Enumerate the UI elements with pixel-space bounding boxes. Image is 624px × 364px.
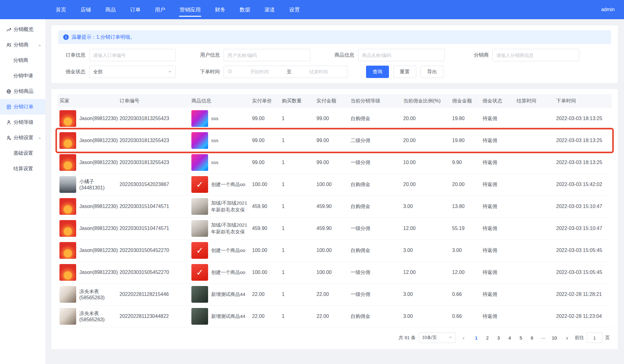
goto-page-input[interactable] [587,332,603,343]
product-name: sss [211,159,218,166]
sidebar-item-distribution-levels[interactable]: 分销等级 [0,115,45,130]
nav-item-label: 商品 [105,6,116,13]
sidebar-group-distributor[interactable]: 分销商 [0,37,45,53]
page-number-button[interactable]: 6 [527,332,537,343]
next-page-button[interactable]: › [562,332,572,343]
sidebar-item-distribution-orders[interactable]: 分销订单 [0,99,45,115]
commission-status: 待返佣 [482,181,517,188]
paid-unit-price: 22.00 [252,292,282,297]
commission-amount: 55.19 [452,226,482,231]
buyer-avatar [59,286,76,303]
column-header: 买家 [58,98,120,104]
buyer-avatar [59,154,76,171]
buyer-avatar [59,132,76,149]
nav-item[interactable]: 渠道 [264,0,276,19]
commission-status: 待返佣 [482,313,517,320]
filter-order-info: 订单信息 [58,49,176,61]
buyer-name: Jason(89812230) [79,138,118,143]
export-button[interactable]: 导出 [421,66,443,78]
order-number-input[interactable] [89,49,176,61]
table-row: 凉央未夜(58565263) 202202281128215446 新增测试商品… [58,284,612,306]
nav-item[interactable]: 订单 [129,0,141,19]
page-number-button[interactable]: 1 [471,332,481,343]
page-number-button[interactable]: 10 [549,332,559,343]
buyer-avatar [59,242,76,259]
commission-rate: 3.00 [403,292,452,297]
reset-button[interactable]: 重置 [393,66,416,78]
nav-item[interactable]: 商品 [105,0,116,19]
paid-unit-price: 459.90 [252,204,282,209]
sidebar-item-distributor[interactable]: 分销商 [0,53,45,68]
paid-amount: 99.00 [316,160,351,165]
distribution-level: 自购佣金 [351,181,403,188]
sidebar-item-settlement-settings[interactable]: 结算设置 [0,161,45,176]
buyer-name: Jason(89812230) [79,204,118,209]
page-size-select[interactable]: 10条/页 [419,332,456,343]
page-number-button[interactable]: 2 [482,332,492,343]
prev-page-button[interactable]: ‹ [459,332,468,343]
paid-unit-price: 100.00 [252,182,282,187]
product-info-input[interactable] [358,49,445,61]
user-info-input[interactable] [224,49,310,61]
buyer-avatar [59,110,76,127]
filter-row-2: 佣金状态 全部 下单时间 开始时间 至 [58,66,611,78]
paid-unit-price: 100.00 [252,270,282,275]
sidebar-item-label: 分销申请 [13,73,33,79]
commission-amount: 3.00 [452,248,482,253]
product-cell: 创建一个商品oo [191,176,252,193]
commission-amount: 12.00 [452,270,482,275]
commission-rate: 20.00 [403,138,452,143]
nav-item[interactable]: 设置 [289,0,300,19]
commission-status-select[interactable]: 全部 [89,66,176,78]
nav-item-label: 营销应用 [180,6,201,13]
order-time: 2022-03-03 18:13:25 [556,160,612,165]
table-row: 小橘子(34481301) 202203031542023867 创建一个商品o… [58,174,612,196]
nav-item[interactable]: 用户 [154,0,166,19]
page-number-button[interactable]: 5 [516,332,526,343]
order-number: 202203031510474571 [120,226,191,231]
product-image [191,220,208,237]
commission-rate: 12.00 [403,226,452,231]
nav-item[interactable]: 首页 [55,0,67,19]
purchase-quantity: 1 [282,182,316,187]
product-cell: 创建一个商品oo [191,264,252,281]
nav-item[interactable]: 店铺 [80,0,92,19]
sidebar-item-label: 分销商 [14,42,28,48]
nav-item[interactable]: 财务 [214,0,226,19]
nav-item[interactable]: 营销应用 [179,0,201,19]
filter-order-time: 下单时间 开始时间 至 结束时间 [193,66,347,78]
page-number-button[interactable]: 3 [494,332,504,343]
sidebar-item-overview[interactable]: 分销概览 [0,22,45,37]
sidebar-group-distribution-settings[interactable]: 分销设置 [0,130,45,145]
distributor-input[interactable] [492,49,579,61]
nav-item-label: 渠道 [264,6,275,13]
filter-commission-status: 佣金状态 全部 [58,66,176,78]
product-image [191,308,208,325]
chevron-up-icon [38,136,41,140]
nav-item-label: 订单 [130,6,141,13]
user-menu[interactable]: admin [601,7,615,12]
sidebar-item-distribution-apply[interactable]: 分销申请 [0,68,45,84]
page-number-button[interactable]: 4 [505,332,515,343]
buyer-cell: Jason(89812230) [58,220,120,237]
purchase-quantity: 1 [282,138,316,143]
order-time-range-picker[interactable]: 开始时间 至 结束时间 [224,66,347,78]
table-row: Jason(89812230) 202203031505452270 创建一个商… [58,240,612,262]
order-number: 202203031542023867 [120,182,191,187]
sidebar-item-label: 结算设置 [13,166,33,172]
page-number-button[interactable]: ··· [538,332,548,343]
purchase-quantity: 1 [282,270,316,275]
sidebar-item-distribution-products[interactable]: 分销商品 [0,84,45,99]
table-row: Jason(89812230) 202203031505452270 创建一个商… [58,262,612,284]
distribution-level: 一级分佣 [351,269,403,276]
info-icon: i [63,34,69,40]
table-row: 凉央未夜(58565263) 202202281123044822 新增测试商品… [58,306,612,327]
paid-amount: 99.00 [316,116,351,121]
purchase-quantity: 1 [282,204,316,209]
search-button[interactable]: 查询 [366,66,389,78]
trend-chart-icon [6,27,11,32]
goto-suffix: 页 [605,335,610,341]
buyer-cell: 凉央未夜(58565263) [58,308,120,325]
nav-item[interactable]: 数据 [239,0,251,19]
sidebar-item-basic-settings[interactable]: 基础设置 [0,145,45,161]
